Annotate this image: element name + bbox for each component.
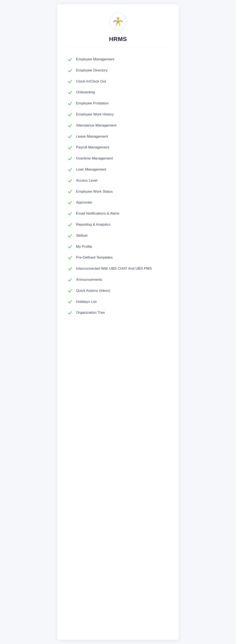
feature-item-my-profile: My Profile	[66, 241, 170, 252]
check-icon	[68, 68, 72, 73]
feature-label-quick-actions-inbox: Quick Actions (Inbox)	[76, 288, 110, 293]
feature-label-skillset: Skillset	[76, 233, 88, 238]
feature-item-attendance-management: Attendance Management	[66, 120, 170, 131]
check-icon	[68, 90, 72, 95]
feature-item-organization-tree: Organization Tree	[66, 307, 170, 318]
feature-item-loan-management: Loan Management	[66, 164, 170, 175]
feature-item-approvals: Approvals	[66, 197, 170, 208]
feature-item-access-level: Access Level	[66, 175, 170, 186]
feature-label-employee-work-status: Employee Work Status	[76, 189, 113, 194]
feature-label-leave-management: Leave Management	[76, 134, 108, 139]
feature-label-access-level: Access Level	[76, 178, 97, 183]
feature-label-announcements: Announcements	[76, 277, 102, 282]
feature-item-holidays-list: Holidays List	[66, 296, 170, 307]
feature-item-onboarding: Onboarding	[66, 87, 170, 98]
feature-label-attendance-management: Attendance Management	[76, 123, 117, 128]
feature-item-employee-work-status: Employee Work Status	[66, 186, 170, 197]
feature-label-onboarding: Onboarding	[76, 90, 95, 95]
check-icon	[68, 178, 72, 183]
feature-item-leave-management: Leave Management	[66, 131, 170, 142]
logo-container	[66, 13, 170, 30]
check-icon	[68, 299, 72, 304]
check-icon	[68, 134, 72, 139]
feature-item-employee-probation: Employee Probation	[66, 98, 170, 109]
logo-circle	[109, 13, 127, 30]
feature-item-payroll-management: Payroll Management	[66, 142, 170, 153]
feature-label-holidays-list: Holidays List	[76, 299, 97, 304]
feature-item-clock-in-clock-out: Clock In/Clock Out	[66, 76, 170, 87]
check-icon	[68, 244, 72, 249]
feature-label-email-notifications-alerts: Email Notifications & Alerts	[76, 211, 119, 216]
check-icon	[68, 266, 72, 271]
feature-label-payroll-management: Payroll Management	[76, 145, 109, 150]
app-title: HRMS	[66, 36, 170, 42]
check-icon	[68, 222, 72, 227]
check-icon	[68, 167, 72, 172]
check-icon	[68, 211, 72, 216]
feature-label-loan-management: Loan Management	[76, 167, 106, 172]
feature-label-employee-management: Employee Management	[76, 57, 114, 62]
check-icon	[68, 288, 72, 293]
feature-label-clock-in-clock-out: Clock In/Clock Out	[76, 79, 106, 84]
feature-label-my-profile: My Profile	[76, 244, 92, 249]
feature-item-employee-management: Employee Management	[66, 54, 170, 65]
feature-item-reporting-analytics: Reporting & Analytics	[66, 219, 170, 230]
check-icon	[68, 255, 72, 260]
feature-item-announcements: Announcements	[66, 274, 170, 285]
feature-label-interconnected-ubs: Interconnected With UBS CHAT And UBS PMS	[76, 266, 152, 271]
check-icon	[68, 200, 72, 205]
feature-label-approvals: Approvals	[76, 200, 92, 205]
feature-label-organization-tree: Organization Tree	[76, 310, 105, 315]
feature-item-skillset: Skillset	[66, 230, 170, 241]
main-card: HRMS Employee Management Employee Direct…	[57, 4, 179, 640]
check-icon	[68, 112, 72, 117]
check-icon	[68, 79, 72, 84]
feature-label-pre-defined-templates: Pre-Defined Templates	[76, 255, 113, 260]
svg-point-0	[117, 17, 119, 20]
feature-item-employee-directory: Employee Directory	[66, 65, 170, 76]
check-icon	[68, 145, 72, 150]
check-icon	[68, 101, 72, 106]
check-icon	[68, 189, 72, 194]
feature-item-pre-defined-templates: Pre-Defined Templates	[66, 252, 170, 263]
logo-icon	[113, 16, 123, 26]
feature-label-overtime-management: Overtime Management	[76, 156, 113, 161]
feature-label-reporting-analytics: Reporting & Analytics	[76, 222, 111, 227]
check-icon	[68, 310, 72, 315]
feature-label-employee-probation: Employee Probation	[76, 101, 109, 106]
feature-item-interconnected-ubs: Interconnected With UBS CHAT And UBS PMS	[66, 263, 170, 274]
check-icon	[68, 57, 72, 62]
feature-item-overtime-management: Overtime Management	[66, 153, 170, 164]
feature-item-email-notifications-alerts: Email Notifications & Alerts	[66, 208, 170, 219]
feature-item-quick-actions-inbox: Quick Actions (Inbox)	[66, 285, 170, 296]
check-icon	[68, 233, 72, 238]
feature-item-employee-work-history: Employee Work History	[66, 109, 170, 120]
feature-label-employee-directory: Employee Directory	[76, 68, 108, 73]
check-icon	[68, 156, 72, 161]
check-icon	[68, 277, 72, 282]
feature-label-employee-work-history: Employee Work History	[76, 112, 114, 117]
check-icon	[68, 123, 72, 128]
feature-list: Employee Management Employee Directory C…	[66, 54, 170, 318]
